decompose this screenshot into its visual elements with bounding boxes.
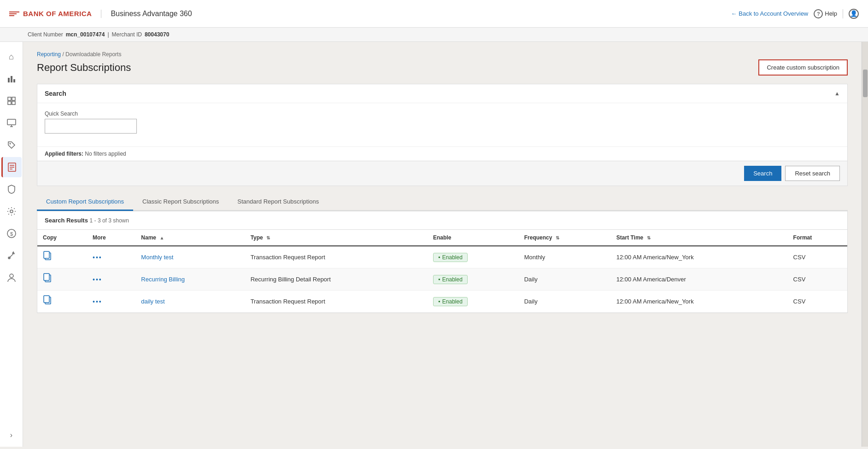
col-more: More xyxy=(87,230,135,246)
cell-copy[interactable] xyxy=(37,291,87,313)
search-title: Search xyxy=(45,90,66,97)
cell-name[interactable]: Recurring Billing xyxy=(135,268,245,291)
search-collapse-icon[interactable]: ▲ xyxy=(834,90,840,97)
tab-standard-report-subscriptions[interactable]: Standard Report Subscriptions xyxy=(228,193,328,211)
status-badge: Enabled xyxy=(433,297,468,306)
col-format: Format xyxy=(788,230,847,246)
cell-name[interactable]: daily test xyxy=(135,291,245,313)
quick-search-input[interactable] xyxy=(45,119,137,134)
quick-search-label: Quick Search xyxy=(45,111,840,117)
user-avatar-icon[interactable]: 👤 xyxy=(849,9,859,19)
cell-frequency: Monthly xyxy=(519,246,611,268)
tab-classic-report-subscriptions[interactable]: Classic Report Subscriptions xyxy=(133,193,228,211)
col-enable: Enable xyxy=(428,230,519,246)
quick-search-field: Quick Search xyxy=(45,111,840,134)
tag-icon xyxy=(7,140,16,150)
cell-name[interactable]: Monthly test xyxy=(135,246,245,268)
search-section: Search ▲ Quick Search Applied filters: N… xyxy=(37,84,848,186)
svg-point-15 xyxy=(10,210,13,213)
sidebar-item-monitor[interactable] xyxy=(1,113,22,133)
header-right: Back to Account Overview ? Help 👤 xyxy=(731,9,859,19)
brand-logo-icon xyxy=(9,12,19,16)
sidebar-expand-button[interactable]: › xyxy=(1,428,22,442)
reports-icon xyxy=(8,163,16,172)
cell-copy[interactable] xyxy=(37,268,87,291)
copy-icon[interactable] xyxy=(43,254,52,263)
sidebar-item-user[interactable] xyxy=(1,268,22,288)
sidebar-item-tools[interactable] xyxy=(1,245,22,266)
cell-copy[interactable] xyxy=(37,246,87,268)
merchant-id-label: Merchant ID xyxy=(112,31,142,38)
col-name: Name ▲ xyxy=(135,230,245,246)
cell-status: Enabled xyxy=(428,246,519,268)
status-badge: Enabled xyxy=(433,275,468,284)
cell-frequency: Daily xyxy=(519,291,611,313)
breadcrumb: Reporting / Downloadable Reports xyxy=(37,51,848,58)
sidebar-item-settings[interactable] xyxy=(1,201,22,222)
main-content: Reporting / Downloadable Reports Report … xyxy=(23,42,862,447)
back-to-overview-link[interactable]: Back to Account Overview xyxy=(731,10,809,17)
more-options-icon[interactable]: ••• xyxy=(93,276,102,283)
subscription-tabs: Custom Report Subscriptions Classic Repo… xyxy=(37,193,848,211)
page-header: Report Subscriptions Create custom subsc… xyxy=(37,59,848,76)
results-header: Search Results 1 - 3 of 3 shown xyxy=(37,211,847,230)
svg-rect-23 xyxy=(44,274,49,280)
cell-more[interactable]: ••• xyxy=(87,291,135,313)
sidebar-item-shield[interactable] xyxy=(1,179,22,199)
copy-icon[interactable] xyxy=(43,276,52,285)
monitor-icon xyxy=(7,119,16,127)
help-button[interactable]: ? Help xyxy=(814,9,837,18)
cell-more[interactable]: ••• xyxy=(87,246,135,268)
more-options-icon[interactable]: ••• xyxy=(93,298,102,305)
search-header: Search ▲ xyxy=(37,84,847,103)
cell-frequency: Daily xyxy=(519,268,611,291)
tab-custom-report-subscriptions[interactable]: Custom Report Subscriptions xyxy=(37,193,133,211)
sidebar-item-analytics[interactable] xyxy=(1,69,22,89)
svg-rect-7 xyxy=(7,119,16,125)
sidebar-item-reports[interactable] xyxy=(1,157,22,177)
cell-format: CSV xyxy=(788,268,847,291)
table-header-row: Copy More Name ▲ Type ⇅ Enable Frequency… xyxy=(37,230,847,246)
cell-more[interactable]: ••• xyxy=(87,268,135,291)
breadcrumb-reporting-link[interactable]: Reporting xyxy=(37,51,61,58)
col-type: Type ⇅ xyxy=(245,230,428,246)
shield-icon xyxy=(7,185,16,194)
app-title: Business Advantage 360 xyxy=(101,10,192,18)
search-button[interactable]: Search xyxy=(744,166,781,181)
svg-rect-1 xyxy=(11,76,12,82)
sidebar-item-billing[interactable]: $ xyxy=(1,223,22,244)
analytics-icon xyxy=(7,74,16,83)
results-count: 1 - 3 of 3 shown xyxy=(90,217,129,224)
cell-format: CSV xyxy=(788,246,847,268)
results-section: Search Results 1 - 3 of 3 shown Copy Mor… xyxy=(37,211,848,313)
help-label: Help xyxy=(825,10,837,17)
scrollbar[interactable] xyxy=(862,42,868,447)
svg-rect-25 xyxy=(44,296,49,303)
create-custom-subscription-button[interactable]: Create custom subscription xyxy=(758,59,848,76)
sidebar-item-grid[interactable] xyxy=(1,91,22,111)
more-options-icon[interactable]: ••• xyxy=(93,254,102,261)
results-title: Search Results xyxy=(45,217,88,224)
svg-point-19 xyxy=(10,274,13,278)
reset-search-button[interactable]: Reset search xyxy=(785,166,840,181)
applied-filters-bar: Applied filters: No filters applied xyxy=(37,146,847,161)
sidebar-item-tags[interactable] xyxy=(1,135,22,155)
main-layout: ⌂ xyxy=(0,42,868,447)
sidebar-item-home[interactable]: ⌂ xyxy=(1,47,22,67)
cell-start-time: 12:00 AM America/New_York xyxy=(611,246,788,268)
cell-type: Recurring Billing Detail Report xyxy=(245,268,428,291)
scroll-thumb[interactable] xyxy=(863,70,868,97)
cell-type: Transaction Request Report xyxy=(245,246,428,268)
copy-icon[interactable] xyxy=(43,298,52,307)
col-start-time: Start Time ⇅ xyxy=(611,230,788,246)
gear-icon xyxy=(7,207,16,216)
applied-filters-label: Applied filters: xyxy=(45,151,83,157)
client-number-label: Client Number xyxy=(28,31,63,38)
breadcrumb-downloadable-reports: Downloadable Reports xyxy=(65,51,121,58)
col-copy: Copy xyxy=(37,230,87,246)
cell-type: Transaction Request Report xyxy=(245,291,428,313)
brand-name: BANK OF AMERICA xyxy=(23,10,92,17)
svg-rect-6 xyxy=(12,101,15,105)
sidebar: ⌂ xyxy=(0,42,23,447)
svg-rect-5 xyxy=(8,101,11,105)
